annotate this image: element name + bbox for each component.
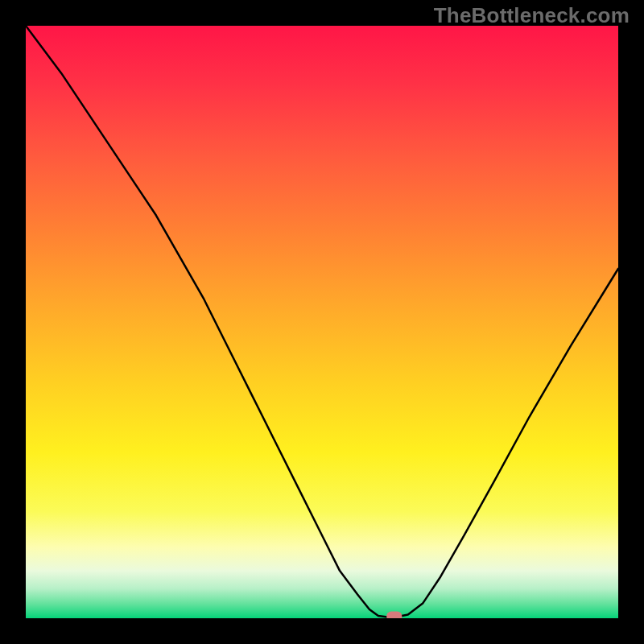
- chart-svg: [26, 26, 618, 618]
- watermark-text: TheBottleneck.com: [434, 3, 630, 28]
- marker-pill: [386, 612, 402, 618]
- chart-frame: TheBottleneck.com: [0, 0, 644, 644]
- plot-area: [26, 26, 618, 618]
- background-gradient: [26, 26, 618, 618]
